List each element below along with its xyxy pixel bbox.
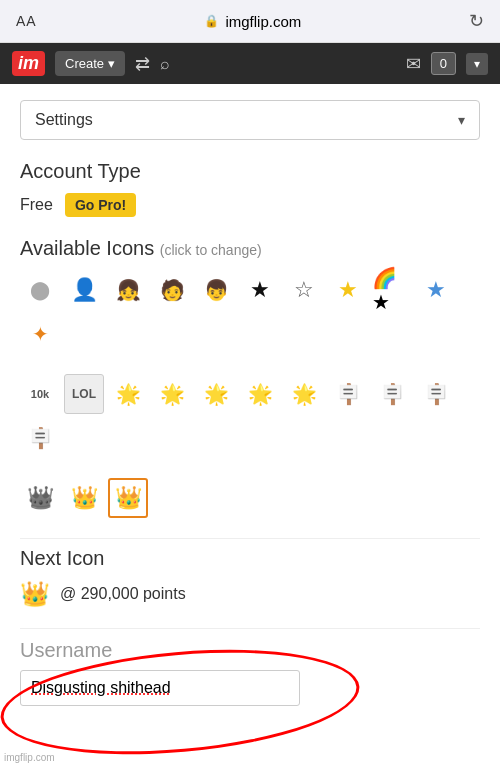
main-content: Settings ▾ Account Type Free Go Pro! Ava…: [0, 84, 500, 722]
next-icon-row: 👑 @ 290,000 points: [20, 580, 480, 608]
icon-crown-grey[interactable]: 👑: [20, 478, 60, 518]
icon-sign-4[interactable]: 🪧: [20, 418, 60, 458]
icon-person[interactable]: 👤: [64, 270, 104, 310]
icon-star-rainbow[interactable]: 🌈★: [372, 270, 412, 310]
browser-bar: AA 🔒 imgflip.com ↻: [0, 0, 500, 43]
available-icons-section: Available Icons (click to change) ⬤ 👤 👧 …: [20, 237, 480, 518]
next-icon-section: Next Icon 👑 @ 290,000 points: [20, 547, 480, 608]
nav-dropdown-button[interactable]: ▾: [466, 53, 488, 75]
search-icon[interactable]: ⌕: [160, 55, 170, 73]
account-type-section: Account Type Free Go Pro!: [20, 160, 480, 217]
icon-star-flag-2[interactable]: 🌟: [152, 374, 192, 414]
refresh-icon[interactable]: ↻: [469, 10, 484, 32]
lock-icon: 🔒: [204, 14, 219, 28]
icon-star-flag-4[interactable]: 🌟: [240, 374, 280, 414]
icon-star-blue[interactable]: ★: [416, 270, 456, 310]
icons-row-1: ⬤ 👤 👧 🧑 👦 ★ ☆ ★ 🌈★ ★ ✦: [20, 270, 480, 354]
url-bar[interactable]: 🔒 imgflip.com: [37, 13, 469, 30]
settings-arrow-icon: ▾: [458, 112, 465, 128]
next-icon-title: Next Icon: [20, 547, 480, 570]
icon-10k[interactable]: 10k: [20, 374, 60, 414]
icon-lol[interactable]: LOL: [64, 374, 104, 414]
account-type-row: Free Go Pro!: [20, 193, 480, 217]
icon-person-yellow[interactable]: 👧: [108, 270, 148, 310]
username-input-wrapper: [20, 670, 480, 706]
divider-1: [20, 538, 480, 539]
mail-icon[interactable]: ✉: [406, 53, 421, 75]
font-size-control[interactable]: AA: [16, 13, 37, 29]
icon-star-multicolor[interactable]: ✦: [20, 314, 60, 354]
icon-star-outline[interactable]: ☆: [284, 270, 324, 310]
username-title: Username: [20, 639, 480, 662]
nav-bar: im Create ▾ ⇄ ⌕ ✉ 0 ▾: [0, 43, 500, 84]
available-icons-title: Available Icons (click to change): [20, 237, 480, 260]
settings-label: Settings: [35, 111, 93, 129]
icons-row-2: 10k LOL 🌟 🌟 🌟 🌟 🌟 🪧 🪧 🪧 🪧: [20, 374, 480, 458]
icon-person-orange[interactable]: 🧑: [152, 270, 192, 310]
icon-crown-yellow[interactable]: 👑: [64, 478, 104, 518]
go-pro-button[interactable]: Go Pro!: [65, 193, 136, 217]
settings-dropdown[interactable]: Settings ▾: [20, 100, 480, 140]
icons-row-3: 👑 👑 👑: [20, 478, 480, 518]
click-to-change-label: (click to change): [160, 242, 262, 258]
imgflip-watermark: imgflip.com: [4, 752, 55, 763]
icon-crown-orange[interactable]: 👑: [108, 478, 148, 518]
icon-grey-dot[interactable]: ⬤: [20, 270, 60, 310]
available-icons-label: Available Icons: [20, 237, 154, 259]
icon-sign-1[interactable]: 🪧: [328, 374, 368, 414]
url-text: imgflip.com: [225, 13, 301, 30]
icon-star-black[interactable]: ★: [240, 270, 280, 310]
account-type-value: Free: [20, 196, 53, 214]
icon-sign-2[interactable]: 🪧: [372, 374, 412, 414]
next-icon-points-text: @ 290,000 points: [60, 585, 186, 603]
icon-star-yellow[interactable]: ★: [328, 270, 368, 310]
icon-sign-3[interactable]: 🪧: [416, 374, 456, 414]
logo[interactable]: im: [12, 51, 45, 76]
icon-star-flag-5[interactable]: 🌟: [284, 374, 324, 414]
username-section: Username: [20, 639, 480, 706]
shuffle-icon[interactable]: ⇄: [135, 53, 150, 75]
create-button[interactable]: Create ▾: [55, 51, 125, 76]
next-icon-crown-symbol: 👑: [20, 580, 50, 608]
username-input[interactable]: [20, 670, 300, 706]
divider-2: [20, 628, 480, 629]
account-type-title: Account Type: [20, 160, 480, 183]
notification-badge[interactable]: 0: [431, 52, 456, 75]
icon-star-flag-3[interactable]: 🌟: [196, 374, 236, 414]
icon-star-flag-1[interactable]: 🌟: [108, 374, 148, 414]
icon-person-blue[interactable]: 👦: [196, 270, 236, 310]
